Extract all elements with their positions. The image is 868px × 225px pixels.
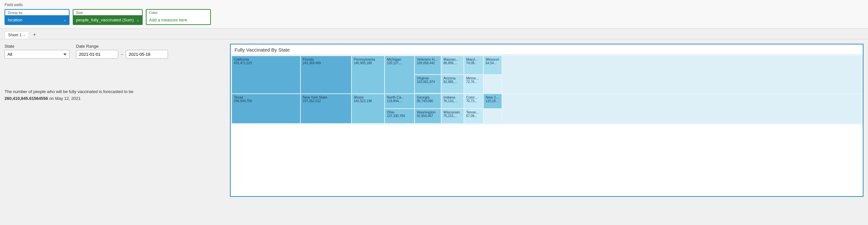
size-text: people_fully_vaccinated (Sum) [76, 17, 134, 23]
color-label: Color [147, 10, 210, 15]
filter-row: State All Date Range – [4, 44, 225, 59]
date-range-label: Date Range [76, 44, 168, 49]
chart-title: Fully Vaccinated By State [230, 44, 863, 55]
group-by-text: location [8, 17, 23, 23]
forecast-bold: 260,410,845.61564556 [4, 96, 48, 101]
treemap-row-1: California 431,471,015 Florida 242,369,4… [232, 56, 862, 93]
date-to-input[interactable] [126, 50, 168, 59]
size-chevron-icon: ⌄ [136, 18, 140, 22]
color-value[interactable]: Add a measure here [147, 15, 210, 24]
forecast-text1: The number of people who will be fully v… [4, 89, 133, 94]
chart-panel: Fully Vaccinated By State California 431… [230, 44, 864, 197]
treemap-cell-wisconsin[interactable]: Wisconsin 75,215,... [441, 109, 464, 123]
left-panel: State All Date Range – The number of peo… [4, 44, 225, 197]
sheet-tab-chevron-icon: ⌄ [23, 33, 25, 37]
size-value[interactable]: people_fully_vaccinated (Sum) ⌄ [73, 15, 142, 24]
treemap-cell-texas[interactable]: Texas 290,944,750 [232, 94, 300, 123]
treemap-cell-missouri[interactable]: Missouri 64,54... [484, 56, 502, 74]
treemap-cell-arizona[interactable]: Arizona 82,885,... [441, 75, 464, 93]
add-sheet-button[interactable]: + [30, 31, 38, 39]
treemap-col-right: Veterans H... 109,058,442 Massac... 88,8… [415, 56, 502, 93]
field-wells-label: Field wells [4, 3, 864, 7]
group-by-label: Group by [5, 10, 69, 15]
treemap-cell-veterans[interactable]: Veterans H... 109,058,442 [415, 56, 441, 74]
treemap-cell-tenne[interactable]: Tenne... 67,09... [464, 109, 483, 123]
treemap-cell-florida[interactable]: Florida 242,369,469 [301, 56, 351, 93]
sheet-bar: Sheet 1 ⌄ + [0, 29, 868, 39]
treemap-cell-michigan[interactable]: Michigan 120,127,... [385, 56, 414, 93]
treemap-cell-georgia[interactable]: Georgia 95,743,090 [415, 94, 441, 108]
treemap-row-2: Texas 290,944,750 New York State 237,262… [232, 94, 862, 123]
color-placeholder: Add a measure here [149, 17, 187, 23]
color-well: Color Add a measure here [146, 9, 211, 25]
treemap-cell-maryl[interactable]: Maryl... 74,09... [464, 56, 483, 74]
group-by-well: Group by location ⌄ [4, 9, 69, 25]
forecast-text2: on May 12, 2021 [49, 96, 81, 101]
field-wells-row: Group by location ⌄ Size people_fully_va… [4, 9, 864, 25]
treemap-cell-ohio[interactable]: Ohio 137,330,704 [385, 109, 414, 123]
treemap-cell-empty1 [484, 75, 502, 93]
group-by-chevron-icon: ⌄ [63, 18, 66, 22]
sheet-tab[interactable]: Sheet 1 ⌄ [4, 31, 29, 39]
treemap-cell-spacer [502, 56, 862, 93]
size-label: Size [73, 10, 142, 15]
sheet-tab-label: Sheet 1 [8, 33, 22, 37]
main-content: State All Date Range – The number of peo… [0, 39, 868, 201]
date-separator: – [121, 52, 123, 57]
state-select[interactable]: All [4, 50, 69, 59]
forecast-text: The number of people who will be fully v… [4, 88, 225, 102]
treemap-cell-massac[interactable]: Massac... 88,899,... [441, 56, 464, 74]
treemap-cell-newjersey[interactable]: New Jersey 115,194,... [484, 94, 502, 108]
treemap-cell-washington[interactable]: Washington 92,856,967 [415, 109, 441, 123]
treemap-cell-pennsylvania[interactable]: Pennsylvania 145,905,188 [352, 56, 384, 93]
state-label: State [4, 44, 69, 49]
treemap-cell-virginia[interactable]: Virginia 102,801,974 [415, 75, 441, 93]
group-by-value[interactable]: location ⌄ [5, 15, 69, 24]
date-range-row: – [76, 50, 168, 59]
treemap-cell-spacer2 [502, 94, 862, 123]
treemap-cell-color[interactable]: Color... 70,73... [464, 94, 483, 108]
treemap-col-ohio: North Ca... 119,894,... Ohio 137,330,704 [385, 94, 414, 123]
treemap-cell-california[interactable]: California 431,471,015 [232, 56, 300, 93]
size-well: Size people_fully_vaccinated (Sum) ⌄ [73, 9, 143, 25]
treemap-cell-empty2 [484, 109, 502, 123]
state-filter-group: State All [4, 44, 69, 59]
treemap-cell-minne[interactable]: Minne... 72,76... [464, 75, 483, 93]
treemap-cell-illinois[interactable]: Illinois 142,522,138 [352, 94, 384, 123]
treemap: California 431,471,015 Florida 242,369,4… [230, 55, 863, 124]
date-from-input[interactable] [76, 50, 118, 59]
date-range-filter-group: Date Range – [76, 44, 168, 59]
treemap-cell-northca[interactable]: North Ca... 119,894,... [385, 94, 414, 108]
treemap-cell-newyork[interactable]: New York State 237,262,512 [301, 94, 351, 123]
field-wells-bar: Field wells Group by location ⌄ Size peo… [0, 0, 868, 29]
treemap-cell-indiana[interactable]: Indiana 76,110,... [441, 94, 464, 108]
